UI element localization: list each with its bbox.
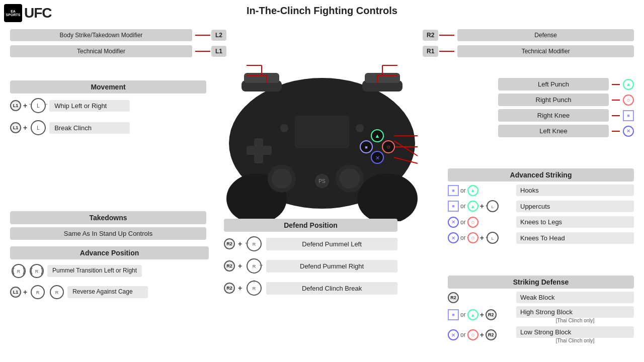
r2-wb: R2 [448,292,459,303]
defend-section: Defend Position R2 + R ← Defend Pummel L… [224,219,397,301]
low-strong-note: [Thai Clinch only] [516,338,634,343]
svg-text:→: → [259,262,264,268]
right-knee-row: Right Knee ■ [458,109,634,122]
svg-text:L: L [37,125,40,131]
low-strong-block-desc: Low Strong Block [516,326,634,338]
svg-text:R: R [253,242,256,247]
knees-legs-desc: Knees to Legs [516,216,634,228]
circle-icon: ○ [623,95,634,106]
striking-defense-section: Striking Defense R2 Weak Block ■ or ▲ + … [448,276,634,346]
r2-icon-1: R2 [224,238,235,249]
left-knee-row: Left Knee ✕ [458,125,634,137]
left-stick-icon: L ← → [29,97,47,115]
l2-line [195,35,210,36]
weak-block-icons: R2 [448,292,513,303]
r2-icon-2: R2 [224,260,235,272]
svg-text:R: R [253,286,256,291]
svg-text:←: ← [486,203,490,208]
weak-block-desc: Weak Block [516,292,634,303]
defend-pummel-right-desc: Defend Pummel Right [266,260,397,273]
svg-text:L: L [492,205,494,209]
whip-row: L1 + L ← → Whip Left or Right [10,97,206,115]
reverse-desc: Reverse Against Cage [67,286,148,298]
left-punch-row: Left Punch ▲ [458,78,634,90]
right-knee-label: Right Knee [498,109,609,122]
triangle-btn-1: ▲ [467,185,478,196]
takedowns-header: Takedowns [10,211,206,224]
controller-area: PS ▲ ■ ○ ✕ [191,40,453,231]
high-strong-block-desc: High Strong Block [516,306,634,318]
square-btn-1: ■ [448,185,459,196]
svg-point-9 [356,124,364,132]
uppercuts-row: ■ or ▲ + L ← Uppercuts [448,199,634,213]
high-strong-block-row: ■ or ▲ + R2 High Strong Block [Thai Clin… [448,306,634,323]
svg-point-8 [280,124,288,132]
triangle-btn-2: ▲ [467,201,478,212]
svg-text:■: ■ [365,145,367,150]
r-stick-rotate-left: R [10,262,27,280]
svg-text:←: ← [245,240,250,246]
left-stick-svg-2: L [29,119,47,137]
svg-text:L: L [492,236,494,241]
square-btn-3: ■ [448,309,459,320]
l-stick-left-icon: L ← [486,199,500,213]
right-punch-line [612,100,620,101]
pummel-desc: Pummel Transition Left or Right [47,265,142,277]
r2-label: Defense [457,29,634,41]
low-strong-desc-wrap: Low Strong Block [Thai Clinch only] [516,326,634,343]
knees-head-row: ✕ or ○ + L ← Knees To Head [448,231,634,245]
advance-header: Advance Position [10,246,209,259]
circle-btn-1: ○ [467,217,478,228]
weak-block-row: R2 Weak Block [448,292,634,303]
svg-text:R: R [35,269,39,274]
uppercuts-desc: Uppercuts [516,201,634,212]
knees-legs-row: ✕ or ○ Knees to Legs [448,216,634,228]
hooks-desc: Hooks [516,185,634,196]
reverse-row: L1 + R R Reverse Against Cage [10,284,209,301]
plus-icon-3: + [23,288,27,296]
r-stick-right: R → [245,257,263,275]
circle-btn-3: ○ [467,329,478,340]
or-4: or [460,234,466,241]
low-strong-icons: ✕ or ○ + R2 [448,329,513,340]
r2-lsb: R2 [486,329,497,340]
movement-section: Movement L1 + L ← → Whip Left or Right L… [10,80,206,141]
defend-pummel-left-row: R2 + R ← Defend Pummel Left [224,235,397,253]
svg-text:R: R [36,290,40,295]
r2-line [439,35,454,36]
r-stick-left: R ← [245,235,263,253]
right-punch-row: Right Punch ○ [458,94,634,106]
takedowns-note: Same As In Stand Up Controls [10,227,206,240]
plus-d3: + [238,284,242,292]
plus-icon-2: + [23,124,27,132]
defend-pummel-left-desc: Defend Pummel Left [266,238,397,250]
r2-btn: R2 [423,30,438,41]
pummel-icons: R R [10,262,45,280]
l2-btn: L2 [211,30,226,41]
left-punch-label: Left Punch [498,78,609,90]
r2-hsb: R2 [486,309,497,320]
or-1: or [460,187,466,194]
plus-kh: + [480,234,484,242]
circle-btn-2: ○ [467,232,478,243]
advanced-striking-section: Advanced Striking ■ or ▲ Hooks ■ or ▲ + … [448,168,634,248]
right-knee-line [612,115,620,116]
svg-point-15 [340,168,360,189]
plus-d1: + [238,240,242,248]
r-stick-rotate-4: R [48,284,65,301]
or-3: or [460,219,466,226]
left-punch-line [612,84,620,85]
cross-icon: ✕ [623,126,634,137]
right-triggers: R2 Defense R1 Technical Modifier [423,29,634,60]
svg-text:↑: ↑ [253,279,256,284]
l2-row: Body Strike/Takedown Modifier L2 [10,29,226,41]
svg-text:○: ○ [386,143,390,150]
svg-text:L: L [37,103,40,109]
page-title: In-The-Clinch Fighting Controls [0,5,644,17]
plus-d2: + [238,262,242,270]
striking-defense-header: Striking Defense [448,276,634,289]
hooks-row: ■ or ▲ Hooks [448,185,634,196]
r2-connector: R2 [423,30,454,41]
high-strong-note: [Thai Clinch only] [516,318,634,323]
hooks-icons: ■ or ▲ [448,185,513,196]
